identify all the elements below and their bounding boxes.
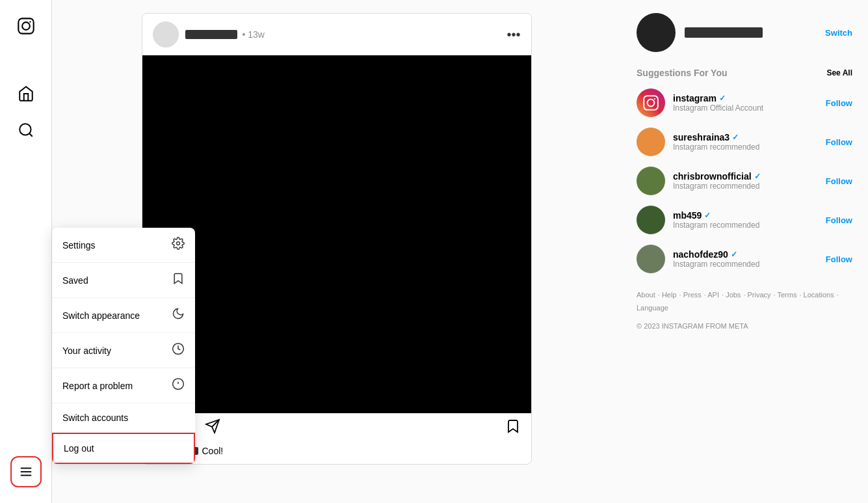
chris-subtitle: Instagram recommended — [673, 182, 761, 191]
account-avatar[interactable] — [637, 13, 676, 52]
your-activity-menu-item[interactable]: Your activity — [52, 333, 195, 368]
suggestions-title: Suggestions For You — [637, 68, 728, 78]
switch-accounts-menu-item[interactable]: Switch accounts — [52, 403, 195, 433]
post-image — [142, 55, 531, 413]
settings-menu-item[interactable]: Settings — [52, 228, 195, 263]
caption-text: Cool! — [202, 446, 224, 456]
post-time: • 13w — [243, 29, 265, 40]
settings-label: Settings — [62, 240, 96, 251]
switch-appearance-menu-item[interactable]: Switch appearance — [52, 298, 195, 333]
suggestion-item-raina: sureshraina3 ✓ Instagram recommended Fol… — [637, 128, 852, 156]
menu-button[interactable] — [10, 456, 42, 487]
footer-locations[interactable]: Locations — [804, 291, 834, 299]
switch-accounts-label: Switch accounts — [62, 413, 128, 423]
switch-appearance-label: Switch appearance — [62, 310, 140, 321]
see-all-button[interactable]: See All — [826, 68, 852, 77]
svg-line-4 — [29, 133, 33, 137]
bookmark-icon — [172, 272, 185, 288]
nacho-username: nachofdez90 ✓ — [673, 249, 759, 260]
home-icon[interactable] — [10, 78, 42, 109]
chris-info: chrisbrownofficial ✓ Instagram recommend… — [673, 171, 761, 191]
search-icon[interactable] — [10, 115, 42, 146]
report-problem-label: Report a problem — [62, 381, 133, 391]
suggestion-left: sureshraina3 ✓ Instagram recommended — [637, 128, 759, 156]
footer-language[interactable]: Language — [637, 304, 668, 312]
footer-links: About· Help· Press· API· Jobs· Privacy· … — [637, 289, 852, 333]
saved-label: Saved — [62, 275, 88, 286]
verified-badge: ✓ — [754, 172, 761, 181]
footer-terms[interactable]: Terms — [777, 291, 796, 299]
follow-instagram-button[interactable]: Follow — [826, 98, 852, 108]
follow-raina-button[interactable]: Follow — [826, 137, 852, 147]
sidebar: Settings Saved Switch appearance — [0, 0, 52, 503]
instagram-logo-icon[interactable] — [10, 10, 42, 42]
footer-help[interactable]: Help — [662, 291, 677, 299]
suggestion-item-nacho: nachofdez90 ✓ Instagram recommended Foll… — [637, 245, 852, 273]
svg-point-17 — [654, 98, 655, 100]
footer-copyright: © 2023 INSTAGRAM FROM META — [637, 320, 852, 333]
mb-subtitle: Instagram recommended — [673, 221, 759, 230]
right-panel: Switch Suggestions For You See All ins — [621, 0, 868, 503]
nacho-info: nachofdez90 ✓ Instagram recommended — [673, 249, 759, 269]
suggestion-left: mb459 ✓ Instagram recommended — [637, 206, 759, 234]
moon-icon — [172, 307, 185, 323]
footer-jobs[interactable]: Jobs — [726, 291, 741, 299]
your-activity-label: Your activity — [62, 346, 111, 356]
svg-point-16 — [648, 100, 655, 107]
logout-label: Log out — [64, 443, 94, 454]
switch-link[interactable]: Switch — [825, 28, 852, 38]
footer-privacy[interactable]: Privacy — [748, 291, 771, 299]
mb-info: mb459 ✓ Instagram recommended — [673, 210, 759, 230]
post-card: • 13w ••• — [142, 13, 532, 465]
verified-badge: ✓ — [704, 211, 711, 220]
mb-avatar[interactable] — [637, 206, 665, 234]
raina-subtitle: Instagram recommended — [673, 143, 759, 152]
footer-about[interactable]: About — [637, 291, 655, 299]
suggestion-item-mb: mb459 ✓ Instagram recommended Follow — [637, 206, 852, 234]
logout-menu-item[interactable]: Log out — [52, 433, 195, 464]
suggestion-item-chris: chrisbrownofficial ✓ Instagram recommend… — [637, 167, 852, 195]
verified-badge: ✓ — [732, 133, 739, 142]
raina-info: sureshraina3 ✓ Instagram recommended — [673, 132, 759, 152]
nacho-avatar[interactable] — [637, 245, 665, 273]
footer-press[interactable]: Press — [683, 291, 702, 299]
alert-icon — [172, 377, 185, 394]
suggestion-left: instagram ✓ Instagram Official Account — [637, 88, 763, 117]
saved-menu-item[interactable]: Saved — [52, 263, 195, 298]
report-problem-menu-item[interactable]: Report a problem — [52, 368, 195, 403]
footer-api[interactable]: API — [707, 291, 719, 299]
instagram-avatar[interactable] — [637, 88, 665, 117]
follow-nacho-button[interactable]: Follow — [826, 254, 852, 264]
follow-chris-button[interactable]: Follow — [826, 176, 852, 186]
verified-badge: ✓ — [731, 250, 737, 259]
suggestions-header: Suggestions For You See All — [637, 68, 852, 78]
save-post-button[interactable] — [505, 418, 521, 438]
post-header: • 13w ••• — [142, 14, 531, 55]
chris-username: chrisbrownofficial ✓ — [673, 171, 761, 182]
svg-point-5 — [177, 242, 180, 245]
suggestion-left: chrisbrownofficial ✓ Instagram recommend… — [637, 167, 761, 195]
post-username-block: • 13w — [185, 29, 265, 40]
account-header: Switch — [637, 13, 852, 52]
svg-point-2 — [29, 21, 31, 22]
suggestion-item-instagram: instagram ✓ Instagram Official Account F… — [637, 88, 852, 117]
share-button[interactable] — [205, 418, 220, 438]
post-caption: Cool! — [142, 443, 531, 464]
post-header-left: • 13w — [153, 21, 265, 48]
post-avatar[interactable] — [153, 21, 179, 48]
svg-rect-0 — [18, 18, 33, 33]
raina-avatar[interactable] — [637, 128, 665, 156]
svg-point-1 — [22, 22, 30, 30]
instagram-subtitle: Instagram Official Account — [673, 103, 763, 113]
svg-point-3 — [20, 124, 31, 135]
nacho-subtitle: Instagram recommended — [673, 260, 759, 269]
settings-icon — [172, 237, 185, 253]
follow-mb-button[interactable]: Follow — [826, 215, 852, 225]
chris-avatar[interactable] — [637, 167, 665, 195]
post-actions — [142, 413, 531, 443]
post-more-button[interactable]: ••• — [506, 27, 520, 42]
suggestion-left: nachofdez90 ✓ Instagram recommended — [637, 245, 759, 273]
instagram-username: instagram ✓ — [673, 93, 763, 103]
instagram-info: instagram ✓ Instagram Official Account — [673, 93, 763, 113]
account-name — [685, 27, 763, 38]
